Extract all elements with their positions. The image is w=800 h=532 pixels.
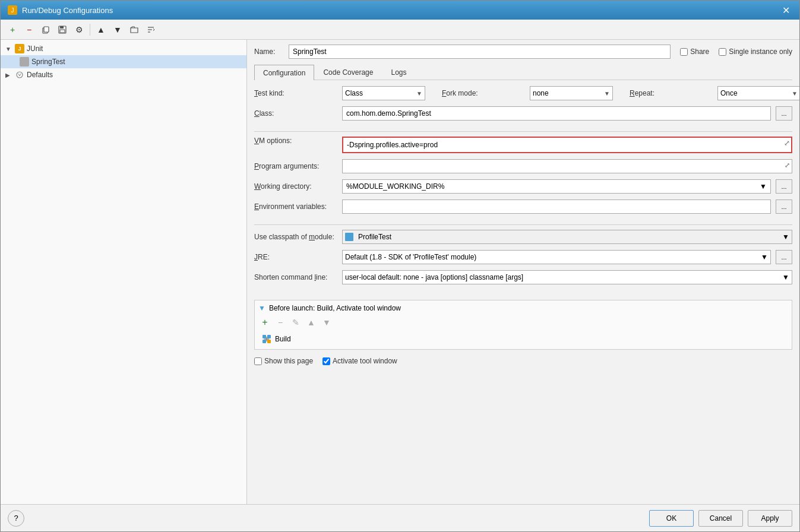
before-launch-edit-button[interactable]: ✎ [289, 316, 302, 329]
classpath-label: Use classpath of module: [254, 233, 337, 241]
single-instance-checkbox[interactable] [719, 48, 726, 56]
test-kind-row: Test kind: Class ▼ Fork mode: none ▼ Rep… [254, 86, 792, 100]
move-up-button[interactable]: ▲ [94, 23, 108, 37]
tabs: Configuration Code Coverage Logs [254, 65, 792, 80]
remove-config-button[interactable]: − [22, 23, 36, 37]
help-button[interactable]: ? [8, 510, 24, 527]
header-checkboxes: Share Single instance only [680, 48, 792, 56]
shorten-cmd-label: Shorten command line: [254, 273, 337, 281]
before-launch-remove-button[interactable]: − [274, 316, 287, 329]
tab-logs[interactable]: Logs [382, 65, 415, 80]
ok-button[interactable]: OK [649, 510, 694, 527]
collapse-icon: ▼ [5, 46, 12, 52]
working-dir-label: Working directory: [254, 182, 337, 191]
show-page-checkbox[interactable] [254, 357, 262, 365]
program-args-expand-icon[interactable]: ⤢ [785, 162, 790, 169]
fork-mode-value: none [533, 89, 549, 97]
sort-button[interactable] [144, 23, 158, 37]
vm-options-row: VM options: ⤢ [254, 137, 792, 153]
module-icon [345, 233, 353, 241]
share-checkbox-label[interactable]: Share [680, 48, 709, 56]
before-launch-collapse-icon[interactable]: ▼ [258, 304, 265, 312]
jre-browse-button[interactable]: ... [776, 250, 792, 264]
defaults-icon [15, 70, 24, 80]
sidebar-item-label-defaults: Defaults [27, 71, 53, 79]
class-input[interactable] [342, 106, 771, 121]
add-config-button[interactable]: + [5, 23, 20, 37]
program-args-label: Program arguments: [254, 162, 337, 170]
vm-options-input[interactable] [342, 137, 792, 153]
sidebar-item-defaults[interactable]: ▶ Defaults [1, 68, 246, 81]
class-label: Class: [254, 109, 337, 118]
before-launch-toolbar: + − ✎ ▲ ▼ [258, 316, 788, 329]
right-panel: Name: Share Single instance only Configu… [247, 40, 799, 504]
fork-mode-label: Fork mode: [442, 89, 525, 97]
build-item-label: Build [275, 335, 291, 343]
toolbar: + − ⚙ ▲ ▼ [1, 20, 799, 40]
jre-arrow: ▼ [761, 253, 768, 261]
working-dir-arrow: ▼ [760, 182, 767, 191]
before-launch-label: Before launch: Build, Activate tool wind… [269, 304, 401, 312]
working-dir-browse-button[interactable]: ... [776, 179, 792, 194]
settings-button[interactable]: ⚙ [72, 23, 86, 37]
activate-tool-checkbox[interactable] [322, 357, 330, 365]
jre-select[interactable]: Default (1.8 - SDK of 'ProfileTest' modu… [342, 250, 771, 264]
name-input[interactable] [289, 45, 671, 59]
cancel-button[interactable]: Cancel [698, 510, 743, 527]
class-browse-button[interactable]: ... [776, 106, 792, 121]
section-divider-2 [254, 224, 792, 225]
program-args-row: Program arguments: ⤢ [254, 159, 792, 173]
move-down-button[interactable]: ▼ [110, 23, 125, 37]
single-instance-label: Single instance only [729, 48, 792, 56]
env-vars-label: Environment variables: [254, 202, 337, 211]
build-item[interactable]: Build [258, 332, 788, 346]
working-dir-row: Working directory: %MODULE_WORKING_DIR% … [254, 179, 792, 194]
test-kind-label: Test kind: [254, 89, 337, 97]
before-launch-add-button[interactable]: + [258, 316, 271, 329]
test-kind-arrow: ▼ [416, 90, 422, 97]
apply-button[interactable]: Apply [748, 510, 792, 527]
module-select[interactable]: ProfileTest ▼ [342, 230, 792, 244]
sidebar-item-springtest[interactable]: SpringTest [1, 55, 246, 68]
before-launch-down-button[interactable]: ▼ [320, 316, 333, 329]
show-page-checkbox-label[interactable]: Show this page [254, 357, 313, 365]
vm-options-expand-icon[interactable]: ⤢ [784, 139, 790, 147]
shorten-cmd-select[interactable]: user-local default: none - java [options… [342, 270, 792, 284]
save-config-button[interactable] [55, 23, 69, 37]
program-args-input[interactable] [342, 159, 792, 173]
svg-rect-11 [267, 335, 271, 338]
sidebar-item-label-springtest: SpringTest [31, 58, 65, 66]
activate-tool-label: Activate tool window [333, 357, 397, 365]
single-instance-checkbox-label[interactable]: Single instance only [719, 48, 792, 56]
before-launch-up-button[interactable]: ▲ [305, 316, 318, 329]
env-vars-input[interactable] [342, 200, 771, 214]
folder-button[interactable] [127, 23, 141, 37]
share-checkbox[interactable] [680, 48, 688, 56]
sidebar-item-junit-group[interactable]: ▼ J JUnit [1, 42, 246, 55]
tab-code-coverage[interactable]: Code Coverage [314, 65, 382, 80]
working-dir-select[interactable]: %MODULE_WORKING_DIR% ▼ [342, 179, 771, 194]
title-bar: J Run/Debug Configurations ✕ [1, 1, 799, 20]
activate-tool-checkbox-label[interactable]: Activate tool window [322, 357, 397, 365]
tab-configuration[interactable]: Configuration [254, 65, 314, 80]
jre-row: JRE: Default (1.8 - SDK of 'ProfileTest'… [254, 250, 792, 264]
before-launch-section: ▼ Before launch: Build, Activate tool wi… [254, 300, 792, 350]
repeat-value: Once [720, 89, 738, 97]
fork-mode-arrow: ▼ [604, 90, 610, 97]
fork-mode-select[interactable]: none ▼ [530, 86, 613, 100]
name-field-label: Name: [254, 48, 284, 56]
copy-config-button[interactable] [39, 23, 53, 37]
shorten-cmd-arrow: ▼ [782, 273, 789, 281]
repeat-select[interactable]: Once ▼ [717, 86, 799, 100]
test-kind-select[interactable]: Class ▼ [342, 86, 425, 100]
shorten-cmd-value: user-local default: none - java [options… [345, 273, 523, 281]
env-vars-browse-button[interactable]: ... [776, 200, 792, 214]
close-button[interactable]: ✕ [780, 5, 792, 16]
classpath-row: Use classpath of module: ProfileTest ▼ [254, 230, 792, 244]
springtest-icon [20, 57, 29, 66]
svg-rect-10 [263, 335, 266, 338]
env-vars-row: Environment variables: ... [254, 200, 792, 214]
repeat-arrow: ▼ [792, 90, 798, 97]
vm-options-wrapper: ⤢ [342, 137, 792, 153]
toolbar-separator [90, 24, 90, 36]
